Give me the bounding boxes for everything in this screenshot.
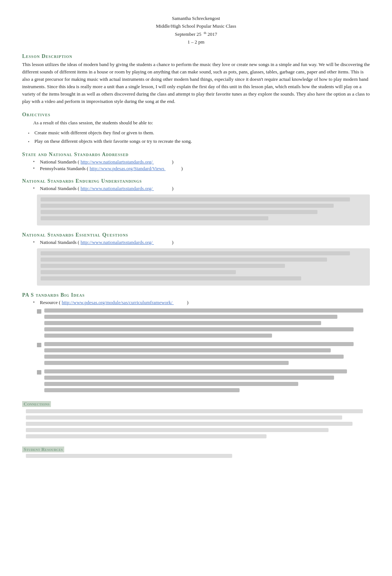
- state-national-standards-list: ▪ National Standards ( http://www.nation…: [22, 159, 370, 172]
- enduring-blurred-content: [37, 194, 370, 225]
- pa-suffix: [165, 166, 180, 171]
- pa-blurred-content-1: [37, 308, 370, 394]
- standard-row-national: ▪ National Standards ( http://www.nation…: [33, 159, 370, 165]
- objectives-section: Objectives As a result of this class ses…: [22, 112, 370, 145]
- blurred-section-2-content: [26, 454, 370, 458]
- national-standards-enduring-title: National Standards Enduring Understandin…: [22, 178, 370, 184]
- enduring-national-suffix-space: [154, 186, 171, 191]
- date-line: September 25 th 2017: [22, 30, 370, 38]
- pa-standards-big-ideas-title: PA S tandards Big Ideas: [22, 292, 370, 298]
- state-national-standards-section: State and National Standards Addressed ▪…: [22, 152, 370, 172]
- enduring-row-national: ▪ National Standards ( http://www.nation…: [33, 186, 370, 192]
- objectives-list: Create music with different objects they…: [22, 129, 370, 145]
- blurred-section-2: Student Resources: [22, 446, 370, 458]
- objectives-intro: As a result of this class session, the s…: [22, 119, 370, 127]
- national-suffix: [154, 159, 171, 165]
- blurred-section-1: Connections: [22, 401, 370, 438]
- author-name: Samantha Schreckengost: [22, 15, 370, 23]
- time-line: 1 – 2 pm: [22, 38, 370, 46]
- national-label: National Standards ( http://www.national…: [40, 159, 173, 165]
- blurred-section-2-title-row: Student Resources: [22, 446, 64, 452]
- bullet-pa-standards-resource: ▪: [33, 300, 40, 304]
- national-standards-essential-section: National Standards Essential Questions ▪…: [22, 232, 370, 286]
- pa-resource-label: Resource ( http://www.pdesas.org/module/…: [40, 300, 189, 306]
- pa-resource-suffix-space: [173, 300, 186, 305]
- bullet-enduring-national: ▪: [33, 186, 40, 190]
- document-header: Samantha Schreckengost Middle/High Schoo…: [22, 15, 370, 46]
- blurred-section-1-content: [26, 409, 370, 438]
- pa-standards-row-resource: ▪ Resource ( http://www.pdesas.org/modul…: [33, 300, 370, 306]
- pa-standards-big-ideas-section: PA S tandards Big Ideas ▪ Resource ( htt…: [22, 292, 370, 394]
- enduring-national-link[interactable]: http://www.nationalartsstandards.org/: [80, 186, 154, 191]
- essential-blurred-content: [37, 248, 370, 286]
- pa-standards-link[interactable]: http://www.pdesas.org/Standard/Views: [90, 166, 166, 171]
- national-standards-essential-title: National Standards Essential Questions: [22, 232, 370, 238]
- lesson-description-title: Lesson Description: [22, 54, 370, 59]
- date-year: 2017: [207, 31, 217, 37]
- bullet-pa: ▪: [33, 166, 40, 170]
- objectives-title: Objectives: [22, 112, 370, 118]
- bullet-national: ▪: [33, 159, 40, 163]
- objective-item-1: Create music with different objects they…: [33, 129, 370, 137]
- essential-national-label: National Standards ( http://www.national…: [40, 239, 173, 245]
- state-national-standards-title: State and National Standards Addressed: [22, 152, 370, 158]
- blurred-section-1-title: Connections: [22, 401, 51, 407]
- national-standards-enduring-list: ▪ National Standards ( http://www.nation…: [22, 186, 370, 192]
- objective-item-2: Play on these different objects with the…: [33, 138, 370, 145]
- lesson-description-section: Lesson Description This lesson utilizes …: [22, 54, 370, 106]
- pa-resource-link[interactable]: http://www.pdesas.org/module/sas/curricu…: [62, 300, 173, 305]
- essential-national-suffix-space: [154, 239, 171, 245]
- national-link[interactable]: http://www.nationalartsstandards.org/: [80, 159, 154, 165]
- blurred-section-2-title: Student Resources: [22, 446, 64, 452]
- essential-row-national: ▪ National Standards ( http://www.nation…: [33, 239, 370, 245]
- standard-row-pa: ▪ Pennsylvania Standards ( http://www.pd…: [33, 166, 370, 172]
- pa-label: Pennsylvania Standards ( http://www.pdes…: [40, 166, 183, 172]
- national-standards-enduring-section: National Standards Enduring Understandin…: [22, 178, 370, 225]
- date-prefix: September 25: [175, 31, 202, 37]
- bullet-essential-national: ▪: [33, 239, 40, 244]
- essential-national-link[interactable]: http://www.nationalartsstandards.org/: [80, 239, 154, 245]
- date-sup: th: [204, 31, 206, 35]
- class-name: Middle/High School Popular Music Class: [22, 23, 370, 30]
- pa-standards-big-ideas-list: ▪ Resource ( http://www.pdesas.org/modul…: [22, 300, 370, 306]
- national-standards-essential-list: ▪ National Standards ( http://www.nation…: [22, 239, 370, 245]
- lesson-description-body: This lesson utilizes the ideas of modern…: [22, 61, 370, 106]
- enduring-national-label: National Standards ( http://www.national…: [40, 186, 173, 192]
